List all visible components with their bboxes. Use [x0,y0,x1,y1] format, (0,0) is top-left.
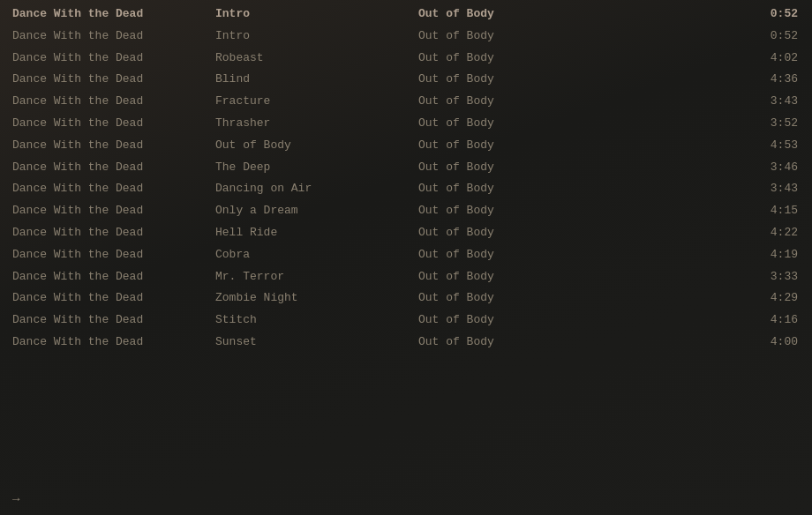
track-duration: 3:33 [595,268,805,287]
track-artist: Dance With the Dead [12,289,215,308]
table-row[interactable]: Dance With the DeadThe DeepOut of Body3:… [0,157,812,179]
track-title: Zombie Night [215,289,418,308]
track-artist: Dance With the Dead [12,49,215,68]
track-artist: Dance With the Dead [12,27,215,46]
track-artist: Dance With the Dead [12,268,215,287]
table-row[interactable]: Dance With the DeadIntroOut of Body0:52 [0,26,812,48]
header-duration: 0:52 [595,5,805,24]
track-title: Cobra [215,246,418,265]
track-artist: Dance With the Dead [12,333,215,352]
track-duration: 4:00 [595,333,805,352]
track-artist: Dance With the Dead [12,202,215,220]
track-album: Out of Body [418,49,595,68]
track-album: Out of Body [418,27,595,46]
track-artist: Dance With the Dead [12,311,215,330]
track-album: Out of Body [418,224,595,243]
table-row[interactable]: Dance With the DeadZombie NightOut of Bo… [0,287,812,310]
track-title: Robeast [215,49,418,68]
track-title: Hell Ride [215,224,418,243]
table-row[interactable]: Dance With the DeadCobraOut of Body4:19 [0,244,812,266]
track-duration: 4:19 [595,246,805,265]
table-row[interactable]: Dance With the DeadFractureOut of Body3:… [0,91,812,113]
track-artist: Dance With the Dead [12,137,215,155]
track-album: Out of Body [418,180,595,198]
track-artist: Dance With the Dead [12,224,215,243]
track-album: Out of Body [418,93,595,111]
table-row[interactable]: Dance With the DeadHell RideOut of Body4… [0,222,812,244]
track-album: Out of Body [418,115,595,133]
track-album: Out of Body [418,246,595,265]
track-list: Dance With the Dead Intro Out of Body 0:… [0,0,812,357]
track-duration: 4:22 [595,224,805,243]
track-duration: 3:43 [595,93,805,111]
track-title: Dancing on Air [215,180,418,198]
table-row[interactable]: Dance With the DeadSunsetOut of Body4:00 [0,332,812,354]
track-artist: Dance With the Dead [12,71,215,89]
track-title: Only a Dream [215,202,418,220]
table-header: Dance With the Dead Intro Out of Body 0:… [0,4,812,26]
track-duration: 3:43 [595,180,805,198]
track-duration: 4:16 [595,311,805,330]
track-album: Out of Body [418,159,595,177]
track-artist: Dance With the Dead [12,115,215,133]
table-row[interactable]: Dance With the DeadDancing on AirOut of … [0,178,812,200]
track-duration: 4:02 [595,49,805,68]
track-title: Out of Body [215,137,418,155]
table-row[interactable]: Dance With the DeadOut of BodyOut of Bod… [0,135,812,157]
track-duration: 3:46 [595,159,805,177]
track-title: Fracture [215,93,418,111]
table-row[interactable]: Dance With the DeadBlindOut of Body4:36 [0,69,812,91]
track-title: Sunset [215,333,418,352]
track-duration: 3:52 [595,115,805,133]
track-artist: Dance With the Dead [12,246,215,265]
bottom-arrow-icon: → [12,492,19,506]
track-duration: 4:15 [595,202,805,220]
table-row[interactable]: Dance With the DeadThrasherOut of Body3:… [0,113,812,135]
track-album: Out of Body [418,268,595,287]
header-album: Out of Body [418,5,595,24]
track-artist: Dance With the Dead [12,93,215,111]
table-row[interactable]: Dance With the DeadOnly a DreamOut of Bo… [0,200,812,222]
track-album: Out of Body [418,137,595,155]
table-row[interactable]: Dance With the DeadMr. TerrorOut of Body… [0,266,812,288]
track-title: Mr. Terror [215,268,418,287]
track-album: Out of Body [418,333,595,352]
track-duration: 0:52 [595,27,805,46]
table-row[interactable]: Dance With the DeadStitchOut of Body4:16 [0,310,812,332]
track-duration: 4:53 [595,137,805,155]
track-album: Out of Body [418,311,595,330]
track-title: Stitch [215,311,418,330]
table-row[interactable]: Dance With the DeadRobeastOut of Body4:0… [0,48,812,70]
track-title: Intro [215,27,418,46]
track-title: The Deep [215,159,418,177]
header-artist: Dance With the Dead [12,5,215,24]
track-album: Out of Body [418,289,595,308]
track-duration: 4:29 [595,289,805,308]
track-title: Blind [215,71,418,89]
track-duration: 4:36 [595,71,805,89]
track-artist: Dance With the Dead [12,180,215,198]
track-title: Thrasher [215,115,418,133]
header-title: Intro [215,5,418,24]
track-album: Out of Body [418,202,595,220]
track-artist: Dance With the Dead [12,159,215,177]
track-album: Out of Body [418,71,595,89]
